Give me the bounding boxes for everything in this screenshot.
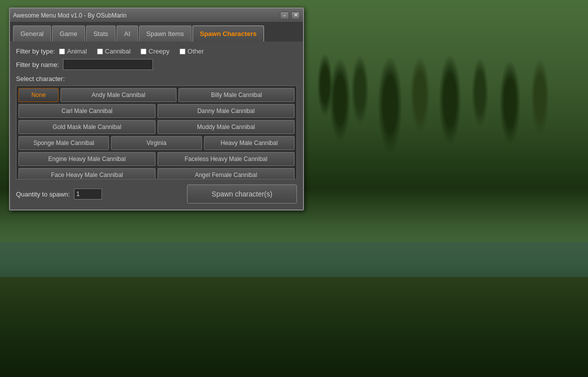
char-btn-heavy[interactable]: Heavy Male Cannibal xyxy=(204,136,294,150)
filter-other-checkbox[interactable] xyxy=(180,48,186,54)
quantity-group: Quantity to spawn: xyxy=(16,188,102,200)
char-btn-sponge[interactable]: Sponge Male Cannibal xyxy=(18,136,109,150)
character-grid[interactable]: None Andy Male Cannibal Billy Male Canni… xyxy=(16,86,297,180)
quantity-label: Quantity to spawn: xyxy=(16,190,70,198)
filter-animal[interactable]: Animal xyxy=(59,48,87,55)
filter-cannibal[interactable]: Cannibal xyxy=(97,48,130,55)
titlebar: Awesome Menu Mod v1.0 - By OSubMarin – ✕ xyxy=(10,8,303,22)
char-btn-muddy[interactable]: Muddy Male Cannibal xyxy=(158,120,294,134)
char-btn-andy[interactable]: Andy Male Cannibal xyxy=(60,88,176,102)
filter-cannibal-checkbox[interactable] xyxy=(97,48,103,54)
char-row-1: None Andy Male Cannibal Billy Male Canni… xyxy=(18,88,294,102)
char-btn-engine-heavy[interactable]: Engine Heavy Male Cannibal xyxy=(18,152,156,166)
filter-type-checkboxes: Animal Cannibal Creepy Other xyxy=(59,48,204,55)
close-button[interactable]: ✕ xyxy=(291,12,300,20)
char-row-6: Face Heavy Male Cannibal Angel Female Ca… xyxy=(18,168,294,180)
tab-game[interactable]: Game xyxy=(52,26,84,42)
tab-spawn-characters[interactable]: Spawn Characters xyxy=(192,26,264,42)
minimize-button[interactable]: – xyxy=(280,12,289,20)
filter-creepy-label: Creepy xyxy=(148,48,170,55)
filter-other[interactable]: Other xyxy=(180,48,204,55)
char-row-3: Gold Mask Male Cannibal Muddy Male Canni… xyxy=(18,120,294,134)
tab-bar: General Game Stats AI Spawn Items Spawn … xyxy=(10,22,303,42)
filter-name-input[interactable] xyxy=(63,59,153,70)
char-btn-none[interactable]: None xyxy=(18,88,58,102)
tab-stats[interactable]: Stats xyxy=(86,26,116,42)
quantity-input[interactable] xyxy=(74,188,102,200)
window-title: Awesome Menu Mod v1.0 - By OSubMarin xyxy=(13,12,126,19)
tab-ai[interactable]: AI xyxy=(116,26,138,42)
char-row-4: Sponge Male Cannibal Virginia Heavy Male… xyxy=(18,136,294,150)
filter-cannibal-label: Cannibal xyxy=(105,48,130,55)
char-row-2: Carl Male Cannibal Danny Male Cannibal xyxy=(18,104,294,118)
char-btn-billy[interactable]: Billy Male Cannibal xyxy=(178,88,294,102)
char-btn-faceless-heavy[interactable]: Faceless Heavy Male Cannibal xyxy=(158,152,294,166)
char-btn-danny[interactable]: Danny Male Cannibal xyxy=(158,104,294,118)
filter-name-row: Filter by name: xyxy=(16,59,297,70)
filter-creepy-checkbox[interactable] xyxy=(140,48,146,54)
tab-general[interactable]: General xyxy=(13,26,51,42)
spawn-button[interactable]: Spawn character(s) xyxy=(187,184,297,204)
char-row-5: Engine Heavy Male Cannibal Faceless Heav… xyxy=(18,152,294,166)
char-btn-gold-mask[interactable]: Gold Mask Male Cannibal xyxy=(18,120,156,134)
select-character-label: Select character: xyxy=(16,75,297,82)
content-area: Filter by type: Animal Cannibal Creepy O… xyxy=(10,42,303,210)
filter-type-label: Filter by type: xyxy=(16,48,55,55)
titlebar-buttons: – ✕ xyxy=(280,12,300,20)
main-window: Awesome Menu Mod v1.0 - By OSubMarin – ✕… xyxy=(9,8,304,210)
filter-name-label: Filter by name: xyxy=(16,61,59,68)
filter-other-label: Other xyxy=(188,48,204,55)
bottom-row: Quantity to spawn: Spawn character(s) xyxy=(16,184,297,204)
char-btn-virginia[interactable]: Virginia xyxy=(111,136,202,150)
char-btn-face-heavy[interactable]: Face Heavy Male Cannibal xyxy=(18,168,156,180)
filter-type-row: Filter by type: Animal Cannibal Creepy O… xyxy=(16,48,297,55)
filter-animal-label: Animal xyxy=(67,48,87,55)
background-ground xyxy=(0,277,588,377)
filter-animal-checkbox[interactable] xyxy=(59,48,65,54)
tab-spawn-items[interactable]: Spawn Items xyxy=(139,26,192,42)
filter-creepy[interactable]: Creepy xyxy=(140,48,170,55)
char-btn-angel-female[interactable]: Angel Female Cannibal xyxy=(158,168,294,180)
char-btn-carl[interactable]: Carl Male Cannibal xyxy=(18,104,156,118)
